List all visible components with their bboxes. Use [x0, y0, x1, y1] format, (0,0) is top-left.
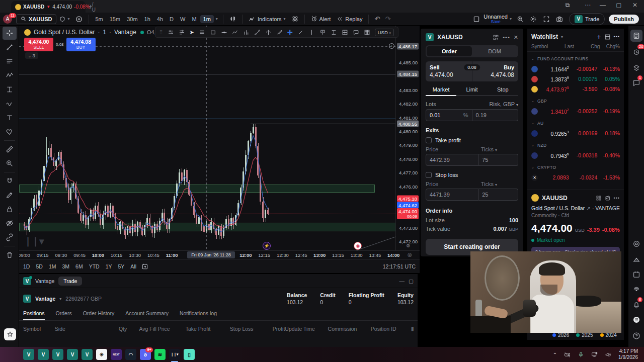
brush-icon[interactable]: [276, 29, 283, 36]
speaker-icon[interactable]: [605, 351, 611, 358]
sl-price-input[interactable]: 4471.39: [426, 189, 478, 201]
timeframe-30m[interactable]: 30m: [124, 15, 140, 23]
floating-drawing-toolbar[interactable]: ⠿ ➤ ✛ $ USD ▾: [155, 27, 398, 38]
panel-buy-button[interactable]: Buy 4,474.08: [472, 61, 519, 81]
taskbar-app-vantage[interactable]: V: [52, 349, 63, 360]
watchlist-section[interactable]: ⌄CRYPTO: [527, 162, 624, 172]
timeframe-M[interactable]: M: [189, 15, 199, 23]
position-tool-icon[interactable]: [3, 83, 17, 96]
taskbar-app-vantage[interactable]: V: [23, 349, 34, 360]
watchlist-row-xrpusd[interactable]: ✕XRPUSD2.0893-0.0324-1.53%: [527, 172, 624, 183]
external-link-icon[interactable]: ↗: [586, 205, 591, 211]
ideas-rail-icon[interactable]: [630, 253, 642, 265]
layout-grid-button[interactable]: [289, 15, 301, 23]
layout-grid-icon[interactable]: [596, 195, 602, 201]
column-commission[interactable]: Commission: [328, 326, 371, 332]
time-axis-settings-icon[interactable]: ◎: [408, 252, 412, 257]
go-to-date-icon[interactable]: [141, 263, 148, 270]
watchlist-row-usdcad[interactable]: USDCAD1.387390.000750.05%: [527, 74, 624, 84]
taskbar-app-tradingview[interactable]: ❘❘▾: [169, 349, 180, 360]
tp-ticks-input[interactable]: 75: [478, 154, 518, 166]
chevron-down-icon[interactable]: ▾: [510, 17, 512, 21]
tab-account-summary[interactable]: Account Summary: [125, 310, 169, 320]
sliders-icon[interactable]: [168, 29, 174, 36]
info-title[interactable]: Gold Spot / U.S. Dollar: [531, 205, 585, 211]
taskbar-app-spotify[interactable]: ≋: [154, 349, 166, 360]
drag-handle-icon[interactable]: ⠿: [159, 30, 163, 35]
minimize-button[interactable]: —: [598, 2, 608, 9]
symbol-search[interactable]: XAUUSD: [16, 14, 56, 24]
maximize-button[interactable]: ▢: [614, 2, 624, 9]
layout-name-block[interactable]: Unnamed Save: [484, 14, 508, 24]
range-1m[interactable]: 1M: [49, 263, 56, 269]
hlines-icon[interactable]: [199, 29, 205, 36]
indicators-collapsed-badge[interactable]: ⌄ 3: [25, 52, 38, 59]
target-rail-icon[interactable]: [630, 238, 642, 250]
risk-currency-dropdown[interactable]: Risk, GBP ▾: [489, 101, 518, 107]
undo-button[interactable]: ↶: [372, 15, 382, 23]
trade-tab[interactable]: Trade: [58, 277, 82, 286]
utc-clock[interactable]: 12:17:51 UTC: [383, 263, 416, 269]
watchlist-row-xauusd[interactable]: XAUUSD4,473.975-3.590-0.08%: [527, 84, 624, 94]
taskbar-app-vantage[interactable]: V: [82, 349, 93, 360]
watchlist-grid-icon[interactable]: [604, 34, 611, 40]
column-stop-loss[interactable]: Stop Loss: [210, 326, 253, 332]
time-axis[interactable]: 09:0009:1509:3009:4510:0010:1510:3010:45…: [19, 250, 420, 259]
sliders2-icon[interactable]: [179, 29, 185, 36]
magnet-tool-icon[interactable]: [3, 174, 17, 188]
calendar-rail-icon[interactable]: [630, 268, 642, 281]
watchlist-section[interactable]: ⌄GBP: [527, 96, 624, 106]
chart-area[interactable]: ⚡◉ 4,485.004,483.004,482.004,481.004,480…: [19, 26, 420, 259]
broker-tab-label[interactable]: Vantage: [35, 278, 54, 284]
price-label-icon[interactable]: $: [319, 29, 326, 36]
lots-input[interactable]: 0.01%: [426, 109, 472, 121]
tab-orders[interactable]: Orders: [56, 310, 72, 320]
taskbar-app-discord[interactable]: ʚ9+: [140, 349, 151, 360]
watchlist-row-gbpusd[interactable]: GBPUSD1.34102-0.00252-0.19%: [527, 106, 624, 116]
tp-ticks-dropdown[interactable]: Ticks ▾: [481, 146, 497, 152]
taskbar-app-vantage[interactable]: V: [38, 349, 49, 360]
timeframe-D[interactable]: D: [167, 15, 177, 23]
timeframe-1m[interactable]: 1m: [200, 15, 214, 23]
add-symbol-icon[interactable]: +: [597, 33, 601, 41]
column-avg-fill-price[interactable]: Avg Fill Price: [127, 326, 170, 332]
info-more-icon[interactable]: •••: [614, 196, 620, 201]
column-chg%[interactable]: Chg%: [600, 44, 620, 49]
range-all[interactable]: All: [130, 263, 136, 269]
taskbar-app-phone[interactable]: ▯: [184, 349, 195, 360]
watchlist-section[interactable]: ⌄AU: [527, 118, 624, 128]
watchlist-section[interactable]: ⌄FUND ACCOUNT PAIRS: [527, 54, 624, 64]
pitchfork-icon[interactable]: [265, 29, 272, 36]
replay-button[interactable]: Replay: [334, 15, 365, 23]
volume-bars-icon[interactable]: [243, 29, 250, 36]
tab-positions[interactable]: Positions: [23, 310, 45, 320]
watchlist-rail-icon[interactable]: [630, 30, 642, 42]
taskbar-app-steam[interactable]: ◠: [125, 349, 136, 360]
camera-off-icon[interactable]: [564, 351, 571, 358]
network-display-icon[interactable]: [591, 351, 598, 358]
wave-tool-icon[interactable]: [3, 97, 17, 110]
column-symbol[interactable]: Symbol: [531, 44, 548, 49]
crosshair-active-icon[interactable]: ✛: [287, 29, 293, 36]
compare-add-button[interactable]: [72, 15, 86, 24]
range-3m[interactable]: 3M: [62, 263, 69, 269]
quick-search-icon[interactable]: [517, 16, 524, 23]
year-legend-item[interactable]: 2024: [600, 332, 617, 338]
broker-selector[interactable]: ▾: [56, 15, 72, 23]
alert-button[interactable]: Alert: [308, 15, 334, 23]
range-6m[interactable]: 6M: [75, 263, 83, 269]
cursor-icon[interactable]: ➤: [190, 29, 194, 36]
tab-order-history[interactable]: Order History: [83, 310, 114, 320]
fib-grid-icon[interactable]: [342, 29, 348, 36]
line-tool-icon[interactable]: [297, 29, 304, 36]
range-1d[interactable]: 1D: [23, 263, 30, 269]
close-panel-icon[interactable]: ✕: [514, 34, 518, 41]
price-axis-settings-icon[interactable]: ⚙: [406, 243, 411, 248]
eyeoff-tool-icon[interactable]: [3, 217, 17, 230]
trend-tool-icon[interactable]: [254, 29, 261, 36]
panel-minimize-icon[interactable]: —: [399, 278, 405, 284]
timeframe-1h[interactable]: 1h: [141, 15, 153, 23]
economic-event-icon[interactable]: ◉: [354, 242, 362, 250]
watchlist-row-nzdcad[interactable]: NZDCAD0.79436-0.00318-0.40%: [527, 150, 624, 160]
taskbar-app-next[interactable]: NEXT: [111, 349, 122, 360]
